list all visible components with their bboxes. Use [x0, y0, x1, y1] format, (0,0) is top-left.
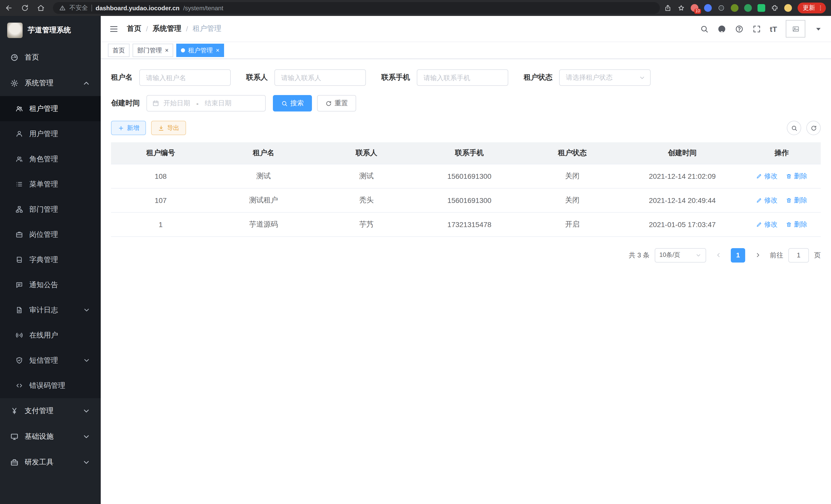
export-button[interactable]: 导出 — [151, 121, 186, 135]
sidebar-item-notice[interactable]: 通知公告 — [0, 272, 101, 297]
sidebar-item-online-user[interactable]: 在线用户 — [0, 323, 101, 348]
help-icon[interactable] — [735, 24, 744, 33]
cell-phone: 15601691300 — [416, 164, 523, 188]
status-select[interactable]: 请选择租户状态 — [559, 69, 651, 86]
pagination: 共 3 条 10条/页 1 前往 页 — [111, 248, 821, 262]
tab-dept[interactable]: 部门管理× — [133, 44, 173, 57]
browser-reload-icon[interactable] — [21, 4, 29, 12]
extensions-puzzle-icon[interactable] — [771, 4, 779, 12]
sidebar-item-post[interactable]: 岗位管理 — [0, 222, 101, 247]
page-size-select[interactable]: 10条/页 — [655, 248, 706, 262]
browser-back-icon[interactable] — [5, 4, 13, 12]
cell-name: 测试 — [210, 164, 317, 188]
extension-icon[interactable]: 10 — [691, 4, 698, 12]
cell-id: 108 — [111, 164, 210, 188]
goto-label: 前往 — [770, 250, 783, 260]
page-number-button[interactable]: 1 — [731, 248, 745, 262]
tenant-name-input[interactable] — [139, 69, 231, 86]
edit-button[interactable]: 修改 — [756, 196, 778, 205]
url-domain: dashboard.yudao.iocoder.cn — [95, 4, 180, 11]
sidebar-item-tenant[interactable]: 租户管理 — [0, 96, 101, 121]
sidebar-toggle-icon[interactable] — [109, 24, 119, 34]
column-header: 租户状态 — [523, 142, 622, 164]
contact-label: 联系人 — [246, 73, 268, 82]
bookmark-star-icon[interactable] — [677, 4, 685, 12]
sidebar-item-menu[interactable]: 菜单管理 — [0, 172, 101, 197]
browser-home-icon[interactable] — [37, 4, 45, 12]
prev-page-button[interactable] — [711, 248, 726, 262]
browser-update-button[interactable]: 更新 — [798, 3, 826, 13]
sidebar-item-audit-log[interactable]: 审计日志 — [0, 297, 101, 323]
extension-icon[interactable] — [704, 4, 712, 12]
sidebar-item-infra[interactable]: 基础设施 — [0, 424, 101, 449]
delete-icon — [786, 173, 792, 179]
share-icon[interactable] — [664, 4, 672, 12]
sidebar-item-home[interactable]: 首页 — [0, 45, 101, 70]
sidebar-item-dict[interactable]: 字典管理 — [0, 247, 101, 272]
edit-button[interactable]: 修改 — [756, 171, 778, 181]
next-page-button[interactable] — [750, 248, 765, 262]
search-icon[interactable] — [700, 24, 709, 33]
create-time-range-picker[interactable]: 开始日期 - 结束日期 — [146, 95, 266, 112]
delete-button[interactable]: 删除 — [786, 219, 807, 229]
user-avatar[interactable] — [786, 20, 805, 37]
sidebar-item-user[interactable]: 用户管理 — [0, 121, 101, 146]
update-label: 更新 — [803, 4, 815, 12]
browser-menu-icon[interactable] — [817, 5, 824, 11]
github-icon[interactable] — [717, 24, 726, 33]
extension-icon[interactable] — [731, 4, 739, 12]
status-select-placeholder: 请选择租户状态 — [566, 73, 612, 82]
goto-page-input[interactable] — [789, 248, 809, 262]
chevron-down-icon — [83, 306, 90, 314]
menu-list-icon — [16, 180, 23, 188]
cell-contact: 芋艿 — [317, 212, 416, 236]
extension-icon[interactable] — [757, 4, 765, 12]
chevron-down-icon — [82, 458, 90, 467]
sidebar-item-label: 首页 — [25, 53, 39, 62]
sidebar-item-system[interactable]: 系统管理 — [0, 70, 101, 96]
tab-home[interactable]: 首页 — [108, 44, 130, 57]
sidebar-item-sms[interactable]: 短信管理 — [0, 348, 101, 373]
refresh-icon — [325, 100, 332, 107]
sidebar-item-pay[interactable]: 支付管理 — [0, 398, 101, 424]
search-button[interactable]: 搜索 — [273, 95, 312, 112]
add-button[interactable]: 新增 — [111, 121, 146, 135]
extension-icon[interactable] — [744, 4, 752, 12]
extension-icon[interactable] — [717, 4, 725, 12]
phone-input[interactable] — [417, 69, 508, 86]
cell-name: 测试租户 — [210, 188, 317, 212]
delete-button[interactable]: 删除 — [786, 171, 807, 181]
profile-avatar[interactable] — [784, 4, 792, 12]
show-search-toggle-button[interactable] — [787, 121, 801, 135]
edit-icon — [756, 197, 762, 203]
top-navbar: 首页 / 系统管理 / 租户管理 tT — [101, 16, 831, 41]
cell-status: 关闭 — [523, 188, 622, 212]
cell-actions: 修改删除 — [743, 188, 821, 212]
sidebar-item-label: 用户管理 — [29, 129, 58, 139]
avatar-caret-icon[interactable] — [814, 24, 823, 33]
briefcase-icon — [16, 231, 23, 238]
delete-button[interactable]: 删除 — [786, 196, 807, 205]
close-icon[interactable]: × — [216, 47, 220, 53]
address-bar[interactable]: 不安全 dashboard.yudao.iocoder.cn /system/t… — [53, 2, 660, 14]
tab-tenant[interactable]: 租户管理× — [176, 44, 224, 57]
sidebar-logo[interactable]: 芋道管理系统 — [0, 16, 101, 45]
sidebar-item-role[interactable]: 角色管理 — [0, 146, 101, 172]
sidebar-item-dept[interactable]: 部门管理 — [0, 197, 101, 222]
font-size-icon[interactable]: tT — [770, 24, 777, 33]
column-header: 联系人 — [317, 142, 416, 164]
sidebar-item-error-code[interactable]: 错误码管理 — [0, 373, 101, 398]
refresh-table-button[interactable] — [806, 121, 821, 135]
tenant-icon — [16, 105, 23, 113]
cell-phone: 15601691300 — [416, 188, 523, 212]
edit-button[interactable]: 修改 — [756, 219, 778, 229]
logo-avatar — [7, 23, 23, 38]
reset-button[interactable]: 重置 — [317, 95, 356, 112]
cell-phone: 17321315478 — [416, 212, 523, 236]
breadcrumb-item[interactable]: 系统管理 — [153, 24, 181, 33]
close-icon[interactable]: × — [165, 47, 169, 53]
sidebar-item-devtool[interactable]: 研发工具 — [0, 449, 101, 475]
contact-input[interactable] — [275, 69, 366, 86]
breadcrumb-item[interactable]: 首页 — [127, 24, 141, 33]
fullscreen-icon[interactable] — [752, 24, 761, 33]
